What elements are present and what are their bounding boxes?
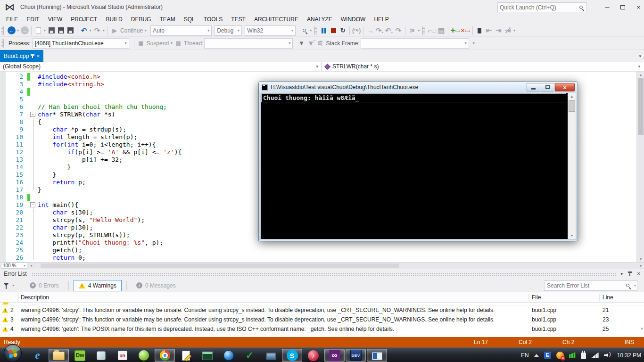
minimize-button[interactable]: ─	[605, 4, 609, 11]
partially-visible-row[interactable]: !	[0, 303, 644, 305]
code-line-26[interactable]: 26 return 0;	[0, 254, 636, 262]
taskbar-chrome[interactable]	[155, 349, 175, 362]
start-button[interactable]	[4, 344, 22, 362]
menu-architecture[interactable]: ARCHITECTURE	[250, 15, 303, 24]
clock[interactable]: 10:32 PM	[617, 352, 641, 359]
scrollbar-thumb[interactable]	[41, 263, 399, 268]
process-combo[interactable]: [4068] ThucHanhChuoi.exe▾	[33, 38, 129, 49]
taskbar-notepad[interactable]	[176, 349, 196, 362]
taskbar-skype[interactable]: S	[282, 349, 302, 362]
tab-close-icon[interactable]: ×	[36, 53, 39, 59]
document-list-dropdown-icon[interactable]: ▾	[639, 54, 641, 58]
scroll-left-icon[interactable]: ◂	[30, 263, 32, 268]
taskbar-terminal-app[interactable]	[197, 349, 217, 362]
menu-test[interactable]: TEST	[227, 15, 250, 24]
restart-icon[interactable]: ↻	[338, 25, 347, 36]
volume-icon[interactable]	[604, 352, 611, 358]
column-description[interactable]: Description	[19, 294, 529, 301]
filter-flagged-icon[interactable]: ▼̄	[306, 38, 315, 49]
configuration-combo[interactable]: Debug▾	[215, 25, 242, 36]
console-close-button[interactable]: ×	[555, 83, 575, 91]
member-dropdown[interactable]: STRLWR(char * s) ▾	[322, 62, 644, 71]
suspend-button[interactable]: Suspend	[147, 40, 169, 47]
equalizer-icon[interactable]	[569, 352, 576, 358]
attach-to-process-icon[interactable]	[303, 29, 306, 32]
toggle-flagged-icon[interactable]: ⚟	[315, 38, 325, 49]
toolbar-overflow[interactable]: ▾	[513, 28, 515, 33]
menu-debug[interactable]: DEBUG	[127, 15, 156, 24]
taskbar-cube-app[interactable]	[91, 349, 111, 362]
menu-sql[interactable]: SQL	[180, 15, 199, 24]
taskbar-internet-explorer[interactable]: e	[27, 349, 48, 362]
step-into-icon[interactable]: →	[365, 25, 375, 36]
scrollbar-thumb[interactable]	[638, 78, 644, 135]
close-button[interactable]: ×	[636, 4, 640, 11]
taskbar-console-app[interactable]	[367, 349, 387, 362]
console-output-area[interactable]: Chuoi thuong: hàîîå w8Æîä_ ▴ ▾	[261, 93, 576, 239]
undo-dropdown[interactable]: ▾	[90, 28, 91, 33]
language-indicator[interactable]: EN	[521, 352, 529, 359]
previous-bookmark-icon[interactable]: ⇤	[484, 25, 494, 36]
error-list-search-box[interactable]: ▾	[544, 280, 637, 291]
taskbar-green-app[interactable]	[133, 349, 154, 362]
scroll-up-icon[interactable]: ▴	[637, 73, 644, 77]
column-line[interactable]: Line	[600, 294, 644, 301]
continue-dropdown[interactable]: ▾	[145, 28, 147, 33]
stack-frame-combo[interactable]: ▾	[361, 38, 469, 49]
undo-icon[interactable]: ↶	[79, 25, 89, 36]
taskbar-remote-desktop[interactable]	[261, 349, 281, 362]
suspend-icon[interactable]: ▣	[136, 38, 146, 49]
menu-team[interactable]: TEAM	[155, 15, 179, 24]
menu-edit[interactable]: EDIT	[22, 15, 43, 24]
auto-combo[interactable]: Auto▾	[150, 25, 212, 36]
delete-comment-icon[interactable]: ✕▭	[461, 25, 471, 36]
filter-threads-icon[interactable]: ▼	[297, 38, 306, 49]
error-list-row[interactable]: !2warning C4996: 'strcpy': This function…	[0, 305, 644, 315]
restore-button[interactable]	[620, 5, 625, 9]
error-list-row[interactable]: !4warning C4996: 'getch': The POSIX name…	[0, 324, 644, 334]
scroll-down-icon[interactable]: ▾	[568, 233, 576, 238]
power-plug-icon[interactable]	[581, 353, 586, 359]
quick-launch-input[interactable]	[498, 4, 579, 11]
stop-debugging-icon[interactable]	[331, 28, 336, 33]
taskbar-dreamweaver[interactable]: Dw	[70, 349, 90, 362]
add-comment-icon[interactable]: ✚▭	[450, 25, 460, 36]
continue-button[interactable]: Continue	[120, 27, 143, 34]
taskbar-visual-studio[interactable]: ∞	[324, 349, 345, 362]
new-file-dropdown[interactable]: ▾	[44, 28, 46, 33]
window-position-icon[interactable]: ▾	[620, 272, 623, 276]
menu-analyze[interactable]: ANALYZE	[303, 15, 337, 24]
taskbar-windows-explorer[interactable]	[49, 349, 69, 362]
scroll-up-icon[interactable]: ▴	[568, 94, 576, 99]
search-dropdown-icon[interactable]: ▾	[634, 283, 636, 288]
redo-icon[interactable]: ↷	[92, 25, 102, 36]
output-window-icon[interactable]: ▤	[437, 25, 446, 36]
editor-vertical-scrollbar[interactable]: ▴ ▾	[636, 72, 644, 262]
thread-combo[interactable]: ▾	[204, 38, 293, 49]
filter-dropdown[interactable]: ▾	[12, 283, 14, 288]
menu-build[interactable]: BUILD	[101, 15, 126, 24]
break-all-icon[interactable]	[322, 28, 326, 33]
breakpoint-window-icon[interactable]: ⌐□	[427, 25, 437, 36]
close-panel-icon[interactable]: ×	[637, 271, 640, 277]
error-list-search-input[interactable]	[545, 282, 626, 289]
save-all-icon[interactable]	[67, 27, 74, 33]
pin-icon[interactable]	[32, 54, 33, 58]
taskbar-unikey[interactable]: un	[112, 349, 132, 362]
hidden-icons-arrow-icon[interactable]	[534, 354, 539, 357]
e-app-icon[interactable]	[544, 352, 551, 359]
column-file[interactable]: File	[529, 294, 600, 301]
menu-help[interactable]: HELP	[370, 15, 393, 24]
errors-filter-button[interactable]: × 0 Errors	[25, 280, 64, 291]
step-out-icon[interactable]: ↶.	[384, 25, 394, 36]
code-line-2[interactable]: 2#include<conio.h>	[0, 73, 636, 81]
taskbar-checkmark-app[interactable]: ✓	[239, 349, 260, 362]
run-to-cursor-icon[interactable]: ↷	[394, 25, 403, 36]
menu-window[interactable]: WINDOW	[337, 15, 370, 24]
scrollbar-thumb[interactable]	[569, 100, 575, 112]
step-over-icon[interactable]: ↷.	[375, 25, 384, 36]
next-bookmark-icon[interactable]: ⇥	[494, 25, 503, 36]
redo-dropdown[interactable]: ▾	[103, 28, 105, 33]
code-line-25[interactable]: 25 getch();	[0, 247, 636, 254]
taskbar-dev-cpp[interactable]: DEV	[346, 349, 366, 362]
